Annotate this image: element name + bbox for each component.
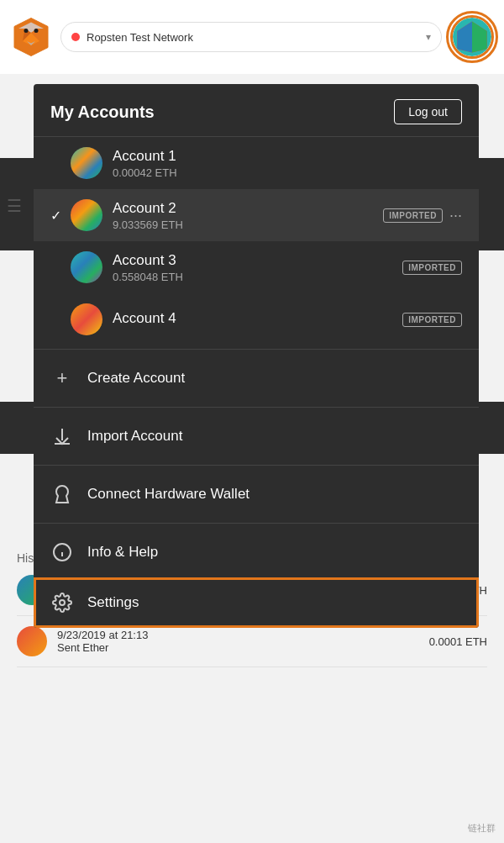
account-info-3: Account 3 0.558048 ETH — [113, 252, 402, 283]
history-info-2: 9/23/2019 at 21:13 Sent Ether — [57, 629, 429, 654]
watermark: 链社群 — [468, 822, 496, 835]
accounts-list: Account 1 0.00042 ETH ✓ Account 2 9.0335… — [34, 137, 479, 345]
accounts-dropdown: My Accounts Log out Account 1 0.00042 ET… — [34, 84, 479, 628]
imported-badge-2: IMPORTED — [383, 208, 443, 223]
account-item-2[interactable]: ✓ Account 2 9.033569 ETH IMPORTED ··· — [34, 189, 479, 241]
account-avatar-3 — [71, 251, 102, 283]
imported-badge-4: IMPORTED — [402, 313, 462, 327]
svg-point-9 — [34, 29, 39, 33]
svg-point-8 — [24, 29, 29, 33]
info-help-item[interactable]: Info & Help — [34, 527, 479, 577]
settings-label: Settings — [87, 594, 139, 611]
header: Ropsten Test Network ▾ — [0, 0, 504, 74]
connect-hardware-item[interactable]: Connect Hardware Wallet — [34, 469, 479, 519]
account-avatar-4 — [71, 303, 102, 335]
settings-item[interactable]: Settings — [34, 577, 479, 628]
history-amount-2: 0.0001 ETH — [429, 635, 487, 648]
import-icon — [50, 424, 74, 448]
history-avatar-2 — [17, 626, 47, 656]
create-account-item[interactable]: + Create Account — [34, 353, 479, 403]
import-account-item[interactable]: Import Account — [34, 411, 479, 461]
account-item-1[interactable]: Account 1 0.00042 ETH — [34, 137, 479, 189]
account-info-1: Account 1 0.00042 ETH — [113, 148, 462, 179]
metamask-logo — [10, 16, 52, 58]
history-type-2: Sent Ether — [57, 641, 429, 654]
check-mark-2: ✓ — [50, 208, 67, 224]
hardware-icon — [50, 482, 74, 506]
logout-button[interactable]: Log out — [394, 99, 462, 124]
dropdown-header: My Accounts Log out — [34, 84, 479, 137]
network-name: Ropsten Test Network — [87, 31, 419, 44]
account-more-2[interactable]: ··· — [449, 207, 462, 224]
account-name-2: Account 2 — [113, 200, 383, 217]
network-selector[interactable]: Ropsten Test Network ▾ — [60, 22, 442, 52]
account-info-4: Account 4 — [113, 310, 402, 329]
account-balance-1: 0.00042 ETH — [113, 166, 462, 179]
create-account-label: Create Account — [87, 370, 185, 387]
account-name-4: Account 4 — [113, 310, 402, 327]
account-avatar-2 — [71, 199, 102, 231]
connect-hardware-label: Connect Hardware Wallet — [87, 486, 249, 503]
divider-3 — [34, 465, 479, 466]
account-item-4[interactable]: Account 4 IMPORTED — [34, 293, 479, 345]
imported-badge-3: IMPORTED — [402, 261, 462, 275]
info-help-label: Info & Help — [87, 544, 158, 561]
account-name-1: Account 1 — [113, 148, 462, 165]
settings-icon — [50, 591, 74, 614]
account-balance-2: 9.033569 ETH — [113, 219, 383, 231]
account-avatar-1 — [71, 147, 102, 179]
account-name-3: Account 3 — [113, 252, 402, 269]
history-desc-2: 9/23/2019 at 21:13 — [57, 629, 429, 641]
plus-icon: + — [50, 366, 74, 390]
info-icon — [50, 540, 74, 564]
account-info-2: Account 2 9.033569 ETH — [113, 200, 383, 231]
hamburger-icon: ☰ — [7, 196, 22, 216]
svg-point-26 — [60, 600, 65, 605]
network-status-dot — [71, 33, 80, 41]
divider-2 — [34, 407, 479, 408]
account-item-3[interactable]: Account 3 0.558048 ETH IMPORTED — [34, 241, 479, 293]
chevron-down-icon: ▾ — [426, 31, 431, 43]
divider-1 — [34, 349, 479, 350]
account-avatar-button[interactable] — [450, 15, 494, 59]
import-account-label: Import Account — [87, 428, 182, 445]
my-accounts-title: My Accounts — [50, 103, 155, 122]
account-balance-3: 0.558048 ETH — [113, 271, 402, 283]
divider-4 — [34, 523, 479, 524]
